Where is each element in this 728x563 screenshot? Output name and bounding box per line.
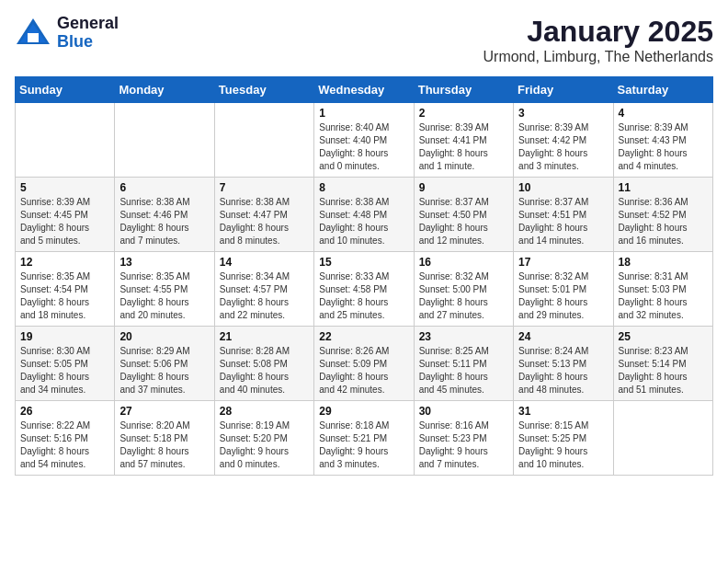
day-info: Sunrise: 8:37 AM Sunset: 4:51 PM Dayligh… [518, 196, 608, 247]
calendar-body: 1Sunrise: 8:40 AM Sunset: 4:40 PM Daylig… [16, 103, 713, 476]
day-info: Sunrise: 8:19 AM Sunset: 5:20 PM Dayligh… [220, 419, 309, 471]
day-number: 30 [419, 405, 508, 418]
day-number: 5 [20, 181, 109, 194]
location-title: Urmond, Limburg, The Netherlands [483, 49, 714, 65]
logo-text: General Blue [57, 15, 119, 52]
calendar-cell: 11Sunrise: 8:36 AM Sunset: 4:52 PM Dayli… [613, 178, 712, 252]
calendar-cell: 21Sunrise: 8:28 AM Sunset: 5:08 PM Dayli… [214, 327, 313, 401]
day-info: Sunrise: 8:22 AM Sunset: 5:16 PM Dayligh… [20, 419, 109, 471]
day-number: 14 [220, 256, 309, 269]
weekday-header-cell: Friday [514, 77, 613, 103]
calendar-cell: 29Sunrise: 8:18 AM Sunset: 5:21 PM Dayli… [314, 401, 414, 476]
calendar-cell: 16Sunrise: 8:32 AM Sunset: 5:00 PM Dayli… [414, 252, 513, 327]
svg-rect-2 [28, 33, 39, 42]
day-info: Sunrise: 8:26 AM Sunset: 5:09 PM Dayligh… [319, 345, 408, 396]
day-info: Sunrise: 8:32 AM Sunset: 5:01 PM Dayligh… [518, 270, 608, 322]
logo-general: General [57, 15, 119, 33]
day-info: Sunrise: 8:18 AM Sunset: 5:21 PM Dayligh… [319, 419, 408, 471]
day-info: Sunrise: 8:37 AM Sunset: 4:50 PM Dayligh… [419, 196, 508, 247]
page-header: General Blue January 2025 Urmond, Limbur… [15, 15, 713, 65]
calendar-week-row: 26Sunrise: 8:22 AM Sunset: 5:16 PM Dayli… [16, 401, 713, 476]
day-number: 13 [119, 256, 209, 269]
day-number: 15 [319, 256, 408, 269]
calendar-cell [16, 103, 115, 178]
day-number: 9 [419, 181, 508, 194]
calendar-cell: 31Sunrise: 8:15 AM Sunset: 5:25 PM Dayli… [514, 401, 613, 476]
day-info: Sunrise: 8:30 AM Sunset: 5:05 PM Dayligh… [20, 345, 109, 396]
calendar-cell: 2Sunrise: 8:39 AM Sunset: 4:41 PM Daylig… [414, 103, 513, 178]
calendar-cell: 10Sunrise: 8:37 AM Sunset: 4:51 PM Dayli… [514, 178, 613, 252]
weekday-header-cell: Monday [115, 77, 214, 103]
day-number: 7 [220, 181, 309, 194]
calendar-cell: 4Sunrise: 8:39 AM Sunset: 4:43 PM Daylig… [613, 103, 712, 178]
day-number: 18 [619, 256, 708, 269]
day-info: Sunrise: 8:39 AM Sunset: 4:42 PM Dayligh… [518, 121, 608, 173]
day-number: 20 [119, 330, 209, 343]
calendar-cell: 30Sunrise: 8:16 AM Sunset: 5:23 PM Dayli… [414, 401, 513, 476]
day-info: Sunrise: 8:15 AM Sunset: 5:25 PM Dayligh… [518, 419, 608, 471]
calendar-cell: 17Sunrise: 8:32 AM Sunset: 5:01 PM Dayli… [514, 252, 613, 327]
calendar-cell: 14Sunrise: 8:34 AM Sunset: 4:57 PM Dayli… [214, 252, 313, 327]
weekday-header-cell: Sunday [16, 77, 115, 103]
day-info: Sunrise: 8:28 AM Sunset: 5:08 PM Dayligh… [220, 345, 309, 396]
day-number: 21 [220, 330, 309, 343]
day-number: 6 [119, 181, 209, 194]
day-number: 19 [20, 330, 109, 343]
day-info: Sunrise: 8:39 AM Sunset: 4:43 PM Dayligh… [619, 121, 708, 173]
calendar-cell: 15Sunrise: 8:33 AM Sunset: 4:58 PM Dayli… [314, 252, 414, 327]
day-info: Sunrise: 8:20 AM Sunset: 5:18 PM Dayligh… [119, 419, 209, 471]
day-info: Sunrise: 8:35 AM Sunset: 4:55 PM Dayligh… [119, 270, 209, 322]
day-info: Sunrise: 8:35 AM Sunset: 4:54 PM Dayligh… [20, 270, 109, 322]
day-number: 28 [220, 405, 309, 418]
day-info: Sunrise: 8:33 AM Sunset: 4:58 PM Dayligh… [319, 270, 408, 322]
day-info: Sunrise: 8:38 AM Sunset: 4:48 PM Dayligh… [319, 196, 408, 247]
day-number: 24 [518, 330, 608, 343]
day-info: Sunrise: 8:36 AM Sunset: 4:52 PM Dayligh… [619, 196, 708, 247]
day-info: Sunrise: 8:29 AM Sunset: 5:06 PM Dayligh… [119, 345, 209, 396]
day-info: Sunrise: 8:25 AM Sunset: 5:11 PM Dayligh… [419, 345, 508, 396]
calendar-cell: 5Sunrise: 8:39 AM Sunset: 4:45 PM Daylig… [16, 178, 115, 252]
day-number: 16 [419, 256, 508, 269]
day-info: Sunrise: 8:32 AM Sunset: 5:00 PM Dayligh… [419, 270, 508, 322]
calendar-cell: 24Sunrise: 8:24 AM Sunset: 5:13 PM Dayli… [514, 327, 613, 401]
logo-blue: Blue [57, 33, 119, 52]
calendar-week-row: 5Sunrise: 8:39 AM Sunset: 4:45 PM Daylig… [16, 178, 713, 252]
calendar-cell: 13Sunrise: 8:35 AM Sunset: 4:55 PM Dayli… [115, 252, 214, 327]
calendar-cell [214, 103, 313, 178]
calendar-week-row: 19Sunrise: 8:30 AM Sunset: 5:05 PM Dayli… [16, 327, 713, 401]
day-number: 1 [319, 107, 408, 120]
calendar-cell: 1Sunrise: 8:40 AM Sunset: 4:40 PM Daylig… [314, 103, 414, 178]
day-number: 17 [518, 256, 608, 269]
calendar-cell: 26Sunrise: 8:22 AM Sunset: 5:16 PM Dayli… [16, 401, 115, 476]
calendar-week-row: 1Sunrise: 8:40 AM Sunset: 4:40 PM Daylig… [16, 103, 713, 178]
calendar-cell: 20Sunrise: 8:29 AM Sunset: 5:06 PM Dayli… [115, 327, 214, 401]
day-number: 23 [419, 330, 508, 343]
day-number: 10 [518, 181, 608, 194]
calendar-cell: 6Sunrise: 8:38 AM Sunset: 4:46 PM Daylig… [115, 178, 214, 252]
day-number: 27 [119, 405, 209, 418]
title-block: January 2025 Urmond, Limburg, The Nether… [483, 15, 714, 65]
calendar-cell: 19Sunrise: 8:30 AM Sunset: 5:05 PM Dayli… [16, 327, 115, 401]
calendar-cell: 9Sunrise: 8:37 AM Sunset: 4:50 PM Daylig… [414, 178, 513, 252]
day-info: Sunrise: 8:38 AM Sunset: 4:46 PM Dayligh… [119, 196, 209, 247]
calendar-cell: 28Sunrise: 8:19 AM Sunset: 5:20 PM Dayli… [214, 401, 313, 476]
day-info: Sunrise: 8:38 AM Sunset: 4:47 PM Dayligh… [220, 196, 309, 247]
calendar-cell: 23Sunrise: 8:25 AM Sunset: 5:11 PM Dayli… [414, 327, 513, 401]
day-number: 4 [619, 107, 708, 120]
day-number: 25 [619, 330, 708, 343]
day-number: 12 [20, 256, 109, 269]
calendar-cell: 18Sunrise: 8:31 AM Sunset: 5:03 PM Dayli… [613, 252, 712, 327]
day-info: Sunrise: 8:23 AM Sunset: 5:14 PM Dayligh… [619, 345, 708, 396]
calendar-cell: 12Sunrise: 8:35 AM Sunset: 4:54 PM Dayli… [16, 252, 115, 327]
day-info: Sunrise: 8:34 AM Sunset: 4:57 PM Dayligh… [220, 270, 309, 322]
calendar-cell: 7Sunrise: 8:38 AM Sunset: 4:47 PM Daylig… [214, 178, 313, 252]
weekday-header-cell: Wednesday [314, 77, 414, 103]
day-info: Sunrise: 8:40 AM Sunset: 4:40 PM Dayligh… [319, 121, 408, 173]
weekday-header-cell: Tuesday [214, 77, 313, 103]
calendar-cell [115, 103, 214, 178]
calendar-cell: 25Sunrise: 8:23 AM Sunset: 5:14 PM Dayli… [613, 327, 712, 401]
weekday-header-row: SundayMondayTuesdayWednesdayThursdayFrid… [16, 77, 713, 103]
weekday-header-cell: Saturday [613, 77, 712, 103]
day-number: 22 [319, 330, 408, 343]
calendar-table: SundayMondayTuesdayWednesdayThursdayFrid… [15, 76, 713, 476]
